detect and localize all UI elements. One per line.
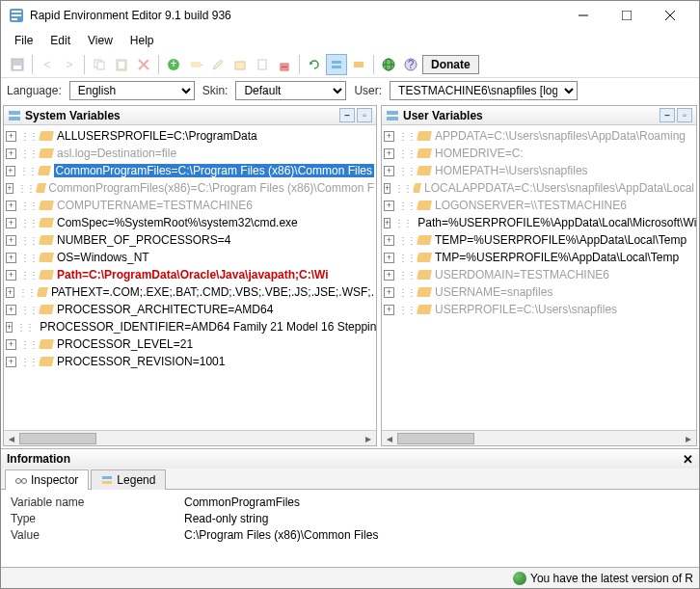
- close-button[interactable]: [648, 2, 691, 29]
- tree-node[interactable]: +⋮⋮APPDATA=C:\Users\snapfiles\AppData\Ro…: [382, 127, 696, 145]
- tree-node[interactable]: +⋮⋮NUMBER_OF_PROCESSORS=4: [4, 231, 376, 249]
- expander-icon[interactable]: +: [6, 287, 14, 298]
- tree-node[interactable]: +⋮⋮CommonProgramFiles(x86)=C:\Program Fi…: [4, 179, 376, 197]
- horizontal-scrollbar[interactable]: ◂ ▸: [382, 430, 696, 445]
- tree-node[interactable]: +⋮⋮PATHEXT=.COM;.EXE;.BAT;.CMD;.VBS;.VBE…: [4, 283, 376, 301]
- tree-node[interactable]: +⋮⋮USERNAME=snapfiles: [382, 283, 696, 301]
- tree-node[interactable]: +⋮⋮USERPROFILE=C:\Users\snapfiles: [382, 301, 696, 318]
- expander-icon[interactable]: +: [6, 148, 16, 159]
- user-select[interactable]: TESTMACHINE6\snapfiles [logge: [390, 81, 578, 100]
- tree-node[interactable]: +⋮⋮CommonProgramFiles=C:\Program Files (…: [4, 162, 376, 179]
- tree-node[interactable]: +⋮⋮ComSpec=%SystemRoot%\system32\cmd.exe: [4, 214, 376, 231]
- tree-node[interactable]: +⋮⋮LOCALAPPDATA=C:\Users\snapfiles\AppDa…: [382, 179, 696, 197]
- minimize-button[interactable]: [561, 2, 605, 29]
- maximize-button[interactable]: [605, 2, 648, 29]
- tag-icon: [39, 131, 54, 141]
- tag-icon: [417, 148, 432, 158]
- tree-node[interactable]: +⋮⋮HOMEDRIVE=C:: [382, 145, 696, 162]
- scroll-right-icon[interactable]: ▸: [681, 432, 696, 445]
- expander-icon[interactable]: +: [384, 270, 394, 281]
- expander-icon[interactable]: +: [6, 339, 16, 350]
- collapse-icon[interactable]: –: [339, 108, 355, 122]
- menu-view[interactable]: View: [80, 32, 121, 49]
- scroll-left-icon[interactable]: ◂: [382, 432, 397, 445]
- collapse-icon[interactable]: –: [660, 108, 675, 122]
- expander-icon[interactable]: +: [384, 201, 394, 211]
- tag-icon: [417, 131, 432, 141]
- language-select[interactable]: English: [69, 81, 195, 100]
- tree-node[interactable]: +⋮⋮USERDOMAIN=TESTMACHINE6: [382, 266, 696, 283]
- expander-icon[interactable]: +: [384, 287, 394, 298]
- expander-icon[interactable]: +: [6, 253, 16, 263]
- tree-node[interactable]: +⋮⋮PROCESSOR_ARCHITECTURE=AMD64: [4, 301, 376, 318]
- expander-icon[interactable]: +: [384, 235, 394, 246]
- clean-icon[interactable]: [274, 54, 295, 75]
- long-strings-icon[interactable]: [348, 54, 369, 75]
- tree-node[interactable]: +⋮⋮PROCESSOR_REVISION=1001: [4, 353, 376, 370]
- system-tree[interactable]: +⋮⋮ALLUSERSPROFILE=C:\ProgramData+⋮⋮asl.…: [4, 125, 376, 430]
- tree-node[interactable]: +⋮⋮TEMP=%USERPROFILE%\AppData\Local\Temp: [382, 231, 696, 249]
- node-text: asl.log=Destination=file: [57, 147, 176, 160]
- dots-icon: ⋮⋮: [19, 166, 37, 176]
- tree-node[interactable]: +⋮⋮TMP=%USERPROFILE%\AppData\Local\Temp: [382, 249, 696, 266]
- menu-edit[interactable]: Edit: [42, 32, 78, 49]
- scroll-thumb[interactable]: [19, 433, 96, 444]
- menu-help[interactable]: Help: [122, 32, 162, 49]
- expander-icon[interactable]: +: [6, 322, 13, 333]
- expander-icon[interactable]: +: [384, 148, 394, 159]
- tree-node[interactable]: +⋮⋮Path=C:\ProgramData\Oracle\Java\javap…: [4, 266, 376, 283]
- expander-icon[interactable]: +: [384, 166, 394, 176]
- scroll-right-icon[interactable]: ▸: [361, 432, 376, 445]
- tab-legend[interactable]: Legend: [91, 469, 166, 490]
- close-icon[interactable]: ✕: [683, 452, 693, 467]
- inline-values-icon[interactable]: [326, 54, 347, 75]
- svg-rect-27: [332, 66, 341, 68]
- tab-inspector[interactable]: Inspector: [5, 469, 89, 490]
- tree-node[interactable]: +⋮⋮PROCESSOR_IDENTIFIER=AMD64 Family 21 …: [4, 318, 376, 335]
- help-icon[interactable]: ?: [400, 54, 421, 75]
- dots-icon: ⋮⋮: [394, 218, 412, 228]
- add-var-icon[interactable]: +: [163, 54, 184, 75]
- tree-node[interactable]: +⋮⋮OS=Windows_NT: [4, 249, 376, 266]
- language-label: Language:: [7, 84, 62, 97]
- expander-icon[interactable]: +: [6, 166, 15, 176]
- expander-icon[interactable]: +: [384, 183, 390, 194]
- skin-select[interactable]: Default: [235, 81, 346, 100]
- expander-icon[interactable]: +: [384, 305, 394, 315]
- tree-node[interactable]: +⋮⋮COMPUTERNAME=TESTMACHINE6: [4, 197, 376, 214]
- expander-icon[interactable]: +: [384, 218, 390, 228]
- expand-icon[interactable]: ▫: [357, 108, 372, 122]
- dots-icon: ⋮⋮: [398, 131, 416, 142]
- tag-icon: [417, 235, 432, 245]
- dots-icon: ⋮⋮: [20, 253, 38, 263]
- expander-icon[interactable]: +: [6, 201, 16, 211]
- scroll-left-icon[interactable]: ◂: [4, 432, 19, 445]
- tree-node[interactable]: +⋮⋮PROCESSOR_LEVEL=21: [4, 335, 376, 353]
- menu-file[interactable]: File: [7, 32, 40, 49]
- expander-icon[interactable]: +: [6, 270, 16, 281]
- tree-node[interactable]: +⋮⋮HOMEPATH=\Users\snapfiles: [382, 162, 696, 179]
- web-icon[interactable]: [378, 54, 399, 75]
- tag-icon: [39, 218, 54, 228]
- expander-icon[interactable]: +: [6, 183, 13, 194]
- expander-icon[interactable]: +: [384, 131, 394, 142]
- expander-icon[interactable]: +: [6, 305, 16, 315]
- expander-icon[interactable]: +: [6, 131, 16, 142]
- tree-node[interactable]: +⋮⋮LOGONSERVER=\\TESTMACHINE6: [382, 197, 696, 214]
- tree-node[interactable]: +⋮⋮asl.log=Destination=file: [4, 145, 376, 162]
- horizontal-scrollbar[interactable]: ◂ ▸: [4, 430, 376, 445]
- dots-icon: ⋮⋮: [20, 148, 38, 159]
- expand-icon[interactable]: ▫: [677, 108, 692, 122]
- user-tree[interactable]: +⋮⋮APPDATA=C:\Users\snapfiles\AppData\Ro…: [382, 125, 696, 430]
- dots-icon: ⋮⋮: [20, 235, 38, 246]
- expander-icon[interactable]: +: [384, 253, 394, 263]
- donate-button[interactable]: Donate: [422, 55, 479, 74]
- tree-node[interactable]: +⋮⋮ALLUSERSPROFILE=C:\ProgramData: [4, 127, 376, 145]
- expander-icon[interactable]: +: [6, 235, 16, 246]
- scroll-thumb[interactable]: [397, 433, 474, 444]
- expander-icon[interactable]: +: [6, 357, 16, 367]
- tree-node[interactable]: +⋮⋮Path=%USERPROFILE%\AppData\Local\Micr…: [382, 214, 696, 231]
- refresh-icon[interactable]: [304, 54, 325, 75]
- node-text: TMP=%USERPROFILE%\AppData\Local\Temp: [435, 251, 679, 264]
- expander-icon[interactable]: +: [6, 218, 16, 228]
